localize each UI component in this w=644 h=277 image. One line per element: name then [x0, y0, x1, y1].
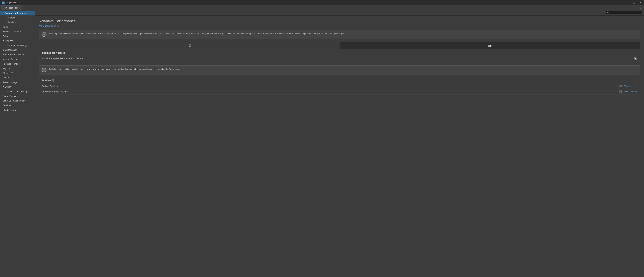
sidebar-item-physics[interactable]: Physics: [0, 66, 35, 71]
sidebar-item-label: Services: [3, 104, 11, 107]
sidebar-item-label: Input System Package: [3, 53, 24, 56]
app-icon: U: [2, 1, 5, 4]
sidebar: ▼ Adaptive PerformanceAndroidSimulatorAu…: [0, 10, 35, 277]
tab-project-settings[interactable]: ⚙ Project Settings: [1, 6, 22, 10]
search-bar-row: 🔍: [35, 10, 644, 16]
settings-panel: Settings for Android Initialize Adaptive…: [39, 49, 640, 63]
sidebar-item-label: Script Execution Order: [3, 99, 25, 102]
providers-section: Providers ? Android Provider View licens…: [39, 77, 640, 94]
warning-box: ! By clicking the checkbox to install a …: [39, 66, 640, 74]
sidebar-item-player[interactable]: Player: [0, 75, 35, 80]
triangle-icon: ▼: [3, 86, 5, 88]
sidebar-item-universal-rp[interactable]: Universal RP Settings: [0, 89, 35, 94]
sidebar-item-label: Package Manager: [3, 62, 20, 66]
sidebar-item-script-execution[interactable]: Script Execution Order: [0, 98, 35, 103]
sidebar-item-label: Audio: [3, 25, 8, 29]
tab-label: Project Settings: [5, 7, 20, 9]
search-icon: 🔍: [607, 12, 609, 14]
platform-tabs: 🖥 🤖: [39, 42, 640, 49]
sidebar-item-label: Simulator: [8, 21, 16, 24]
triangle-icon: ▼: [3, 40, 5, 42]
sidebar-item-urp-global[interactable]: URP Global Settings: [0, 43, 35, 48]
close-button[interactable]: ✕: [639, 1, 642, 4]
sidebar-item-adaptive-performance[interactable]: ▼ Adaptive Performance: [0, 11, 35, 16]
sidebar-item-physics-2d[interactable]: Physics 2D: [0, 71, 35, 76]
search-input[interactable]: [610, 12, 642, 14]
sidebar-item-label: URP Global Settings: [8, 44, 27, 47]
sidebar-item-editor[interactable]: Editor: [0, 34, 35, 38]
android-provider-checkbox[interactable]: [619, 85, 622, 88]
providers-label: Providers: [42, 79, 51, 82]
initialize-checkbox[interactable]: [634, 57, 637, 60]
samsung-provider-name: Samsung Android Provider: [42, 90, 619, 93]
info-box: ! Selecting an Adaptive Performance prov…: [39, 30, 640, 39]
sidebar-item-shadergraph[interactable]: ShaderGraph: [0, 108, 35, 112]
view-documentation-link[interactable]: View documentation: [39, 25, 59, 27]
sidebar-item-services[interactable]: Services: [0, 103, 35, 108]
sidebar-item-label: Physics 2D: [3, 72, 14, 75]
tab-bar: ⚙ Project Settings ⋮: [0, 5, 644, 10]
minimize-button[interactable]: −: [626, 1, 630, 4]
sidebar-item-label: Graphics: [5, 39, 14, 42]
warning-icon: !: [42, 68, 46, 72]
providers-help-icon[interactable]: ?: [52, 79, 54, 82]
warning-text: By clicking the checkbox to install a pr…: [48, 68, 183, 71]
sidebar-item-label: Android: [8, 16, 15, 20]
android-provider-row: Android Provider View licenses: [40, 84, 640, 89]
sidebar-item-simulator[interactable]: Simulator: [0, 20, 35, 25]
info-text: Selecting an Adaptive Performance provid…: [48, 32, 345, 35]
sidebar-item-graphics[interactable]: ▼ Graphics: [0, 38, 35, 43]
gear-icon: ⚙: [3, 7, 4, 9]
sidebar-item-label: Input Manager: [3, 48, 17, 52]
tab-android[interactable]: 🤖: [340, 42, 640, 49]
sidebar-item-label: Player: [3, 76, 9, 79]
settings-for-android-title: Settings for Android: [42, 52, 637, 54]
main-container: ▼ Adaptive PerformanceAndroidSimulatorAu…: [0, 10, 644, 277]
tab-desktop[interactable]: 🖥: [40, 42, 340, 49]
sidebar-item-scene-template[interactable]: Scene Template: [0, 94, 35, 98]
page-title: Adaptive Performance: [39, 19, 640, 23]
samsung-provider-checkbox[interactable]: [619, 90, 622, 93]
content-area: Adaptive Performance View documentation …: [35, 16, 644, 277]
samsung-view-licenses-link[interactable]: View licenses: [624, 90, 638, 93]
sidebar-item-memory-settings[interactable]: Memory Settings: [0, 57, 35, 62]
sidebar-item-quality[interactable]: ▼ Quality: [0, 84, 35, 89]
sidebar-item-label: Preset Manager: [3, 81, 18, 84]
android-view-licenses-link[interactable]: View licenses: [624, 85, 638, 88]
samsung-provider-row: Samsung Android Provider View licenses: [40, 89, 640, 94]
restore-button[interactable]: □: [632, 1, 636, 4]
sidebar-item-android[interactable]: Android: [0, 16, 35, 20]
content-wrapper: 🔍 Adaptive Performance View documentatio…: [35, 10, 644, 277]
sidebar-item-input-manager[interactable]: Input Manager: [0, 48, 35, 52]
sidebar-item-label: ShaderGraph: [3, 108, 16, 112]
android-icon: 🤖: [488, 44, 492, 48]
search-wrap[interactable]: 🔍: [606, 11, 643, 14]
sidebar-item-label: Adaptive Performance: [5, 12, 26, 15]
android-provider-name: Android Provider: [42, 85, 619, 88]
sidebar-item-input-system[interactable]: Input System Package: [0, 52, 35, 57]
sidebar-item-label: Physics: [3, 67, 10, 70]
window-controls: − □ ✕: [626, 1, 642, 4]
title-bar: U Project Settings − □ ✕: [0, 0, 644, 5]
svg-text:U: U: [3, 2, 4, 4]
sidebar-item-label: Memory Settings: [3, 58, 19, 61]
window-title: Project Settings: [6, 2, 626, 4]
sidebar-item-label: Burst AOT Settings: [3, 30, 21, 33]
triangle-icon: ▼: [3, 12, 5, 14]
sidebar-item-label: Universal RP Settings: [8, 90, 28, 93]
providers-header: Providers ?: [40, 77, 640, 84]
tab-more-button[interactable]: ⋮: [638, 6, 643, 9]
initialize-label: Initialize Adaptive Performance on Start…: [42, 57, 634, 60]
info-icon: !: [42, 32, 46, 37]
sidebar-item-label: Editor: [3, 34, 8, 38]
initialize-row: Initialize Adaptive Performance on Start…: [42, 56, 637, 60]
desktop-icon: 🖥: [188, 44, 191, 48]
sidebar-item-package-manager[interactable]: Package Manager: [0, 62, 35, 66]
sidebar-item-burst-aot[interactable]: Burst AOT Settings: [0, 29, 35, 34]
sidebar-item-preset-manager[interactable]: Preset Manager: [0, 80, 35, 85]
sidebar-item-label: Scene Template: [3, 94, 18, 98]
sidebar-item-label: Quality: [5, 85, 12, 88]
sidebar-item-audio[interactable]: Audio: [0, 25, 35, 29]
